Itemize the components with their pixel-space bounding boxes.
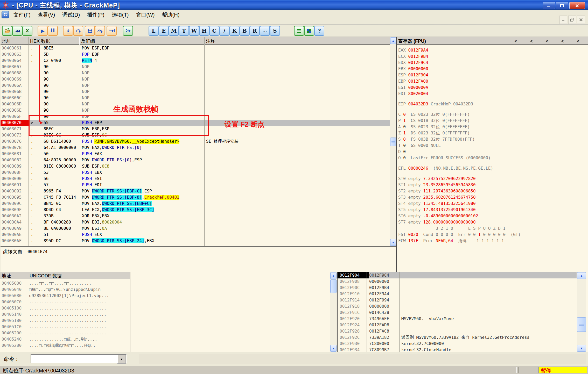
step-into-button[interactable] <box>63 26 73 36</box>
dump-row[interactable]: 00405280....□.□@剠@勘@□猺□□....偀@.. <box>0 342 329 349</box>
register-line[interactable]: Z 1 DS 0023 32位 0(FFFFFFFF) <box>398 130 470 136</box>
maximize-button[interactable] <box>556 2 568 9</box>
register-line[interactable]: EIP 004032D3 CrackMeP.004032D3 <box>398 101 473 107</box>
help-button[interactable]: ? <box>314 26 324 36</box>
register-line[interactable]: P 1 CS 001B 32位 0(FFFFFFFF) <box>398 118 470 124</box>
col-disasm[interactable]: 反汇编 <box>81 38 95 44</box>
disasm-row[interactable]: 00403061.8BE5MOV ESP,EBP <box>1 45 390 51</box>
dump-row[interactable]: 00405240..............□猺..□.剢@.... <box>0 336 329 342</box>
register-line[interactable]: O 0 LastErr ERROR_SUCCESS (00000000) <box>398 155 491 161</box>
disasm-row[interactable]: 0040309F.8D4D C4LEA ECX,DWORD PTR SS:[EB… <box>1 207 390 213</box>
menu-item-d[interactable]: 调试(D) <box>59 11 83 19</box>
execute-till-return-button[interactable] <box>107 26 117 36</box>
stack-scroll-down-icon[interactable]: ▼ <box>577 345 586 352</box>
register-line[interactable]: D 0 <box>398 149 406 155</box>
disasm-scroll-thumb[interactable] <box>390 138 396 146</box>
stack-row[interactable]: 0012F9140012F994 <box>338 297 577 303</box>
stack-scrollbar[interactable] <box>577 272 586 352</box>
disasm-row[interactable]: 0040306A90NOP <box>1 82 390 89</box>
dump-row[interactable]: 004051C0............................... <box>0 324 329 330</box>
disasm-row[interactable]: 0040308F.53PUSH EBX <box>1 169 390 176</box>
register-line[interactable]: EAX 0012F9A4 <box>398 47 428 53</box>
menu-item-v[interactable]: 查看(V) <box>34 11 59 19</box>
dump-row[interactable]: 00405080e928536112002[1]\Project1.vbp... <box>0 293 329 299</box>
disasm-row[interactable]: 00403063.5DPOP EBP <box>1 51 390 57</box>
register-line[interactable]: A 0 SS 0023 32位 0(FFFFFFFF) <box>398 124 470 130</box>
dump-row[interactable]: 004050C0............................... <box>0 299 329 305</box>
log-window-button[interactable]: L <box>149 26 159 36</box>
stack-row[interactable]: 0012F9040012F9C4 <box>338 272 577 278</box>
register-line[interactable]: FCW 137F Prec NEAR,64 掩码 1 1 1 1 1 1 <box>398 238 504 244</box>
disasm-row[interactable]: 00403076.68 D6114000PUSH <JMP.&MSVBVM60.… <box>1 138 390 145</box>
cpu-button[interactable]: C <box>209 26 219 36</box>
memory-map-button[interactable]: M <box>169 26 179 36</box>
run-button[interactable]: ▶ <box>38 26 48 36</box>
disasm-row[interactable]: 0040306890NOP <box>1 70 390 76</box>
patches-button[interactable]: / <box>219 26 229 36</box>
source-button[interactable]: S <box>270 26 280 36</box>
register-line[interactable]: C 0 ES 0023 32位 0(FFFFFFFF) <box>398 111 470 118</box>
dump-scroll-up-icon[interactable]: ▲ <box>330 272 337 279</box>
register-line[interactable]: ST7 empty 128.00000000000000000 <box>398 219 476 225</box>
disasm-row[interactable]: 0040306D90NOP <box>1 101 390 107</box>
disasm-row[interactable]: 0040306790NOP <box>1 64 390 70</box>
animate-over-button[interactable] <box>95 26 105 36</box>
command-combobox[interactable]: ▼ <box>31 354 127 363</box>
goto-eip-button[interactable] <box>123 26 133 36</box>
call-stack-button[interactable]: K <box>229 26 240 36</box>
collapse-arrow-icon[interactable]: < <box>577 38 579 44</box>
pause-button[interactable] <box>48 26 58 36</box>
dump-row[interactable]: 00405200............................... <box>0 330 329 336</box>
stack-row[interactable]: 0012F90C0012F9B4 <box>338 285 577 291</box>
collapse-arrow-icon[interactable]: < <box>530 38 533 44</box>
disasm-row[interactable]: 00403064.C2 0400RETN 4 <box>1 57 390 64</box>
register-line[interactable]: EFL 00000246 (NO,NB,E,BE,NS,PE,GE,LE) <box>398 165 493 171</box>
child-close-button[interactable] <box>577 16 585 24</box>
disasm-row[interactable]: 00403089.81EC C8000000SUB ESP,0C8 <box>1 163 390 169</box>
register-line[interactable]: ST5 empty 17.843137254901961340 <box>398 207 476 213</box>
disasm-row[interactable]: 0040306990NOP <box>1 76 390 82</box>
windows-button[interactable]: W <box>189 26 199 36</box>
stack-row[interactable]: 0012F90800000000 <box>338 278 577 285</box>
dump-row[interactable]: 00405100............................... <box>0 305 329 311</box>
menu-item-w[interactable]: 窗口(W) <box>132 11 158 19</box>
disasm-row[interactable]: 0040307B.64:A1 0000000MOV EAX,DWORD PTR … <box>1 145 390 151</box>
stack-row[interactable]: 0012F9307C800000kernel32.7C800000 <box>338 341 577 347</box>
stack-row[interactable]: 0012F92073496AEEMSVBVM60.__vbaVarMove <box>338 316 577 322</box>
register-line[interactable]: ESP 0012F904 <box>398 72 428 78</box>
disasm-row[interactable]: 00403091.57PUSH EDI <box>1 182 390 188</box>
child-minimize-button[interactable] <box>559 16 567 24</box>
disasm-row[interactable]: 00403081.50PUSH EAX <box>1 151 390 157</box>
register-line[interactable]: ST0 empty 7.3425752709622997820 <box>398 176 476 182</box>
register-line[interactable]: ESI 0000000A <box>398 84 428 91</box>
col-comment[interactable]: 注释 <box>206 38 215 44</box>
register-line[interactable]: EDI 80020004 <box>398 91 428 97</box>
register-line[interactable]: EDX 0012F9C4 <box>398 60 428 66</box>
dump-scroll-down-icon[interactable]: ▼ <box>330 345 337 352</box>
dump-col-unicode[interactable]: UNICODE 数据 <box>30 273 62 279</box>
stack-row[interactable]: 0012F91800000000 <box>338 303 577 310</box>
restart-button[interactable]: ◀◀ <box>12 26 22 36</box>
menu-item-h[interactable]: 帮助(H) <box>158 11 183 19</box>
handles-button[interactable]: H <box>199 26 209 36</box>
disasm-row[interactable]: 0040306E90NOP <box>1 107 390 113</box>
disasm-row[interactable]: 0040306B90NOP <box>1 89 390 95</box>
stack-scroll-thumb[interactable] <box>577 317 586 332</box>
disasm-row[interactable]: 00403092.8965 F4MOV DWORD PTR SS:[EBP-C]… <box>1 188 390 194</box>
disasm-row[interactable]: 0040309C.8B45 0CMOV EAX,DWORD PTR SS:[EB… <box>1 200 390 207</box>
register-line[interactable]: ST3 empty 2035.6020761245674750 <box>398 194 476 200</box>
child-restore-button[interactable] <box>568 16 576 24</box>
dump-col-address[interactable]: 地址 <box>2 273 11 279</box>
disasm-row[interactable]: 00403095.C745 F8 70114MOV DWORD PTR SS:[… <box>1 194 390 200</box>
register-line[interactable]: EBX 00000000 <box>398 66 428 72</box>
windows-list-button[interactable] <box>294 26 304 36</box>
collapse-arrow-icon[interactable]: < <box>545 38 548 44</box>
dump-scroll-thumb[interactable] <box>330 279 337 293</box>
stack-row[interactable]: 0012F92C7339A182返回到 MSVBVM60.7339A182 来自… <box>338 334 577 341</box>
menu-item-f[interactable]: 文件(F) <box>10 11 34 19</box>
dump-row[interactable]: 00405140............................... <box>0 311 329 318</box>
run-trace-button[interactable]: ... <box>260 26 270 36</box>
minimize-button[interactable] <box>543 2 555 9</box>
animate-into-button[interactable] <box>85 26 95 36</box>
disasm-row[interactable]: 004030AE.51PUSH ECX <box>1 232 390 238</box>
